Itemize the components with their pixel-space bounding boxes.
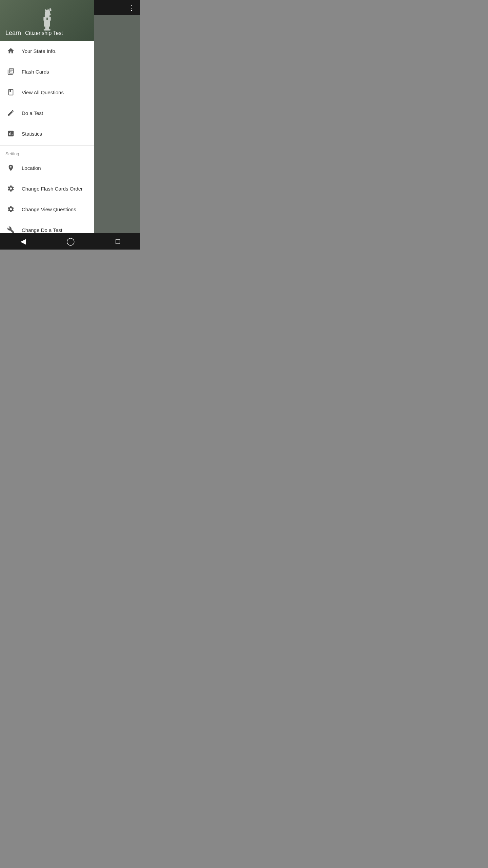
navigation-drawer: Learn Citizenship Test Your State Info. … xyxy=(0,0,94,250)
menu-label-view-all-questions: View All Questions xyxy=(22,90,64,95)
menu-label-statistics: Statistics xyxy=(22,131,42,137)
menu-item-view-all-questions[interactable]: View All Questions xyxy=(0,82,94,103)
overlay-background[interactable] xyxy=(94,0,140,250)
drawer-menu: Your State Info. Flash Cards View All Qu… xyxy=(0,41,94,250)
svg-marker-10 xyxy=(45,9,46,11)
menu-item-do-a-test[interactable]: Do a Test xyxy=(0,103,94,123)
drawer-header: Learn Citizenship Test xyxy=(0,0,94,41)
recents-button[interactable]: □ xyxy=(116,237,120,246)
location-icon xyxy=(5,162,16,173)
home-icon xyxy=(5,45,16,56)
menu-label-flash-cards: Flash Cards xyxy=(22,69,49,75)
menu-item-location[interactable]: Location xyxy=(0,158,94,178)
svg-marker-11 xyxy=(46,8,48,10)
menu-item-change-view-questions[interactable]: Change View Questions xyxy=(0,199,94,220)
home-button[interactable]: ◯ xyxy=(66,237,75,246)
flash-cards-icon xyxy=(5,66,16,77)
svg-marker-12 xyxy=(48,9,49,11)
menu-item-flash-cards[interactable]: Flash Cards xyxy=(0,61,94,82)
book-icon xyxy=(5,87,16,98)
menu-divider xyxy=(0,145,94,146)
app-title: Citizenship Test xyxy=(25,30,63,36)
more-menu-icon[interactable]: ⋮ xyxy=(128,4,135,12)
menu-label-do-a-test: Do a Test xyxy=(22,110,43,116)
back-button[interactable]: ◀ xyxy=(20,237,26,246)
menu-item-your-state-info[interactable]: Your State Info. xyxy=(0,41,94,61)
menu-label-change-view-questions: Change View Questions xyxy=(22,206,76,212)
menu-item-change-flash-cards-order[interactable]: Change Flash Cards Order xyxy=(0,178,94,199)
menu-label-your-state-info: Your State Info. xyxy=(22,48,57,54)
bottom-nav-bar: ◀ ◯ □ xyxy=(0,233,140,250)
menu-label-change-do-a-test: Change Do a Test xyxy=(22,227,62,233)
statistics-icon xyxy=(5,128,16,139)
settings-gear2-icon xyxy=(5,204,16,215)
statue-icon xyxy=(37,3,57,31)
settings-gear-icon xyxy=(5,183,16,194)
drawer-header-text: Learn Citizenship Test xyxy=(5,29,88,37)
menu-label-location: Location xyxy=(22,165,41,171)
learn-label: Learn xyxy=(5,29,21,37)
setting-section-header: Setting xyxy=(0,147,94,158)
pencil-icon xyxy=(5,107,16,118)
menu-label-change-flash-cards-order: Change Flash Cards Order xyxy=(22,186,83,192)
menu-item-statistics[interactable]: Statistics xyxy=(0,123,94,144)
svg-rect-2 xyxy=(44,20,50,27)
